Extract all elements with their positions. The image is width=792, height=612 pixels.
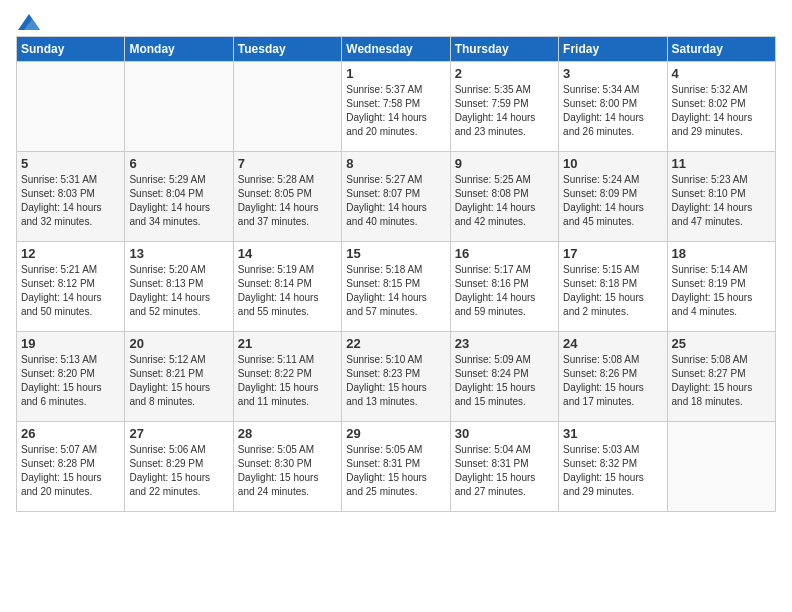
- day-number: 26: [21, 426, 120, 441]
- logo-icon: [18, 14, 40, 30]
- day-info: Sunrise: 5:11 AMSunset: 8:22 PMDaylight:…: [238, 353, 337, 409]
- calendar-cell: 29Sunrise: 5:05 AMSunset: 8:31 PMDayligh…: [342, 422, 450, 512]
- header-sunday: Sunday: [17, 37, 125, 62]
- calendar-week-row: 19Sunrise: 5:13 AMSunset: 8:20 PMDayligh…: [17, 332, 776, 422]
- day-number: 30: [455, 426, 554, 441]
- day-info: Sunrise: 5:13 AMSunset: 8:20 PMDaylight:…: [21, 353, 120, 409]
- day-number: 25: [672, 336, 771, 351]
- day-info: Sunrise: 5:06 AMSunset: 8:29 PMDaylight:…: [129, 443, 228, 499]
- day-number: 12: [21, 246, 120, 261]
- day-info: Sunrise: 5:28 AMSunset: 8:05 PMDaylight:…: [238, 173, 337, 229]
- calendar-cell: 13Sunrise: 5:20 AMSunset: 8:13 PMDayligh…: [125, 242, 233, 332]
- day-info: Sunrise: 5:31 AMSunset: 8:03 PMDaylight:…: [21, 173, 120, 229]
- logo: [16, 16, 40, 28]
- calendar-cell: 15Sunrise: 5:18 AMSunset: 8:15 PMDayligh…: [342, 242, 450, 332]
- day-info: Sunrise: 5:07 AMSunset: 8:28 PMDaylight:…: [21, 443, 120, 499]
- calendar-header-row: SundayMondayTuesdayWednesdayThursdayFrid…: [17, 37, 776, 62]
- calendar-cell: 12Sunrise: 5:21 AMSunset: 8:12 PMDayligh…: [17, 242, 125, 332]
- day-info: Sunrise: 5:32 AMSunset: 8:02 PMDaylight:…: [672, 83, 771, 139]
- day-info: Sunrise: 5:15 AMSunset: 8:18 PMDaylight:…: [563, 263, 662, 319]
- calendar-cell: 9Sunrise: 5:25 AMSunset: 8:08 PMDaylight…: [450, 152, 558, 242]
- calendar-cell: 31Sunrise: 5:03 AMSunset: 8:32 PMDayligh…: [559, 422, 667, 512]
- calendar-cell: [17, 62, 125, 152]
- day-number: 13: [129, 246, 228, 261]
- calendar-cell: 28Sunrise: 5:05 AMSunset: 8:30 PMDayligh…: [233, 422, 341, 512]
- calendar-week-row: 12Sunrise: 5:21 AMSunset: 8:12 PMDayligh…: [17, 242, 776, 332]
- day-number: 7: [238, 156, 337, 171]
- calendar-cell: 18Sunrise: 5:14 AMSunset: 8:19 PMDayligh…: [667, 242, 775, 332]
- day-number: 16: [455, 246, 554, 261]
- day-number: 17: [563, 246, 662, 261]
- day-info: Sunrise: 5:04 AMSunset: 8:31 PMDaylight:…: [455, 443, 554, 499]
- day-info: Sunrise: 5:08 AMSunset: 8:26 PMDaylight:…: [563, 353, 662, 409]
- calendar-cell: 14Sunrise: 5:19 AMSunset: 8:14 PMDayligh…: [233, 242, 341, 332]
- header-wednesday: Wednesday: [342, 37, 450, 62]
- calendar-cell: [233, 62, 341, 152]
- day-number: 6: [129, 156, 228, 171]
- day-info: Sunrise: 5:25 AMSunset: 8:08 PMDaylight:…: [455, 173, 554, 229]
- day-number: 3: [563, 66, 662, 81]
- calendar-cell: 5Sunrise: 5:31 AMSunset: 8:03 PMDaylight…: [17, 152, 125, 242]
- calendar-cell: 1Sunrise: 5:37 AMSunset: 7:58 PMDaylight…: [342, 62, 450, 152]
- day-number: 27: [129, 426, 228, 441]
- day-number: 4: [672, 66, 771, 81]
- calendar-cell: 25Sunrise: 5:08 AMSunset: 8:27 PMDayligh…: [667, 332, 775, 422]
- calendar-cell: 17Sunrise: 5:15 AMSunset: 8:18 PMDayligh…: [559, 242, 667, 332]
- calendar-cell: [125, 62, 233, 152]
- day-info: Sunrise: 5:19 AMSunset: 8:14 PMDaylight:…: [238, 263, 337, 319]
- calendar-cell: 11Sunrise: 5:23 AMSunset: 8:10 PMDayligh…: [667, 152, 775, 242]
- calendar-cell: 20Sunrise: 5:12 AMSunset: 8:21 PMDayligh…: [125, 332, 233, 422]
- calendar-cell: 16Sunrise: 5:17 AMSunset: 8:16 PMDayligh…: [450, 242, 558, 332]
- calendar-week-row: 5Sunrise: 5:31 AMSunset: 8:03 PMDaylight…: [17, 152, 776, 242]
- calendar-cell: 22Sunrise: 5:10 AMSunset: 8:23 PMDayligh…: [342, 332, 450, 422]
- day-info: Sunrise: 5:14 AMSunset: 8:19 PMDaylight:…: [672, 263, 771, 319]
- day-number: 1: [346, 66, 445, 81]
- calendar-cell: 27Sunrise: 5:06 AMSunset: 8:29 PMDayligh…: [125, 422, 233, 512]
- calendar-cell: 30Sunrise: 5:04 AMSunset: 8:31 PMDayligh…: [450, 422, 558, 512]
- day-info: Sunrise: 5:35 AMSunset: 7:59 PMDaylight:…: [455, 83, 554, 139]
- day-info: Sunrise: 5:05 AMSunset: 8:31 PMDaylight:…: [346, 443, 445, 499]
- day-number: 8: [346, 156, 445, 171]
- day-number: 29: [346, 426, 445, 441]
- day-number: 21: [238, 336, 337, 351]
- calendar-body: 1Sunrise: 5:37 AMSunset: 7:58 PMDaylight…: [17, 62, 776, 512]
- calendar-cell: 21Sunrise: 5:11 AMSunset: 8:22 PMDayligh…: [233, 332, 341, 422]
- day-number: 14: [238, 246, 337, 261]
- header-friday: Friday: [559, 37, 667, 62]
- day-number: 5: [21, 156, 120, 171]
- day-number: 10: [563, 156, 662, 171]
- day-number: 28: [238, 426, 337, 441]
- day-info: Sunrise: 5:12 AMSunset: 8:21 PMDaylight:…: [129, 353, 228, 409]
- day-info: Sunrise: 5:08 AMSunset: 8:27 PMDaylight:…: [672, 353, 771, 409]
- day-info: Sunrise: 5:17 AMSunset: 8:16 PMDaylight:…: [455, 263, 554, 319]
- day-info: Sunrise: 5:09 AMSunset: 8:24 PMDaylight:…: [455, 353, 554, 409]
- header-saturday: Saturday: [667, 37, 775, 62]
- calendar-cell: 24Sunrise: 5:08 AMSunset: 8:26 PMDayligh…: [559, 332, 667, 422]
- day-info: Sunrise: 5:37 AMSunset: 7:58 PMDaylight:…: [346, 83, 445, 139]
- day-number: 15: [346, 246, 445, 261]
- calendar-cell: 7Sunrise: 5:28 AMSunset: 8:05 PMDaylight…: [233, 152, 341, 242]
- day-number: 19: [21, 336, 120, 351]
- day-info: Sunrise: 5:29 AMSunset: 8:04 PMDaylight:…: [129, 173, 228, 229]
- calendar-cell: 26Sunrise: 5:07 AMSunset: 8:28 PMDayligh…: [17, 422, 125, 512]
- calendar-week-row: 1Sunrise: 5:37 AMSunset: 7:58 PMDaylight…: [17, 62, 776, 152]
- day-number: 31: [563, 426, 662, 441]
- day-info: Sunrise: 5:20 AMSunset: 8:13 PMDaylight:…: [129, 263, 228, 319]
- day-info: Sunrise: 5:05 AMSunset: 8:30 PMDaylight:…: [238, 443, 337, 499]
- day-info: Sunrise: 5:27 AMSunset: 8:07 PMDaylight:…: [346, 173, 445, 229]
- day-number: 24: [563, 336, 662, 351]
- calendar-week-row: 26Sunrise: 5:07 AMSunset: 8:28 PMDayligh…: [17, 422, 776, 512]
- calendar-cell: 10Sunrise: 5:24 AMSunset: 8:09 PMDayligh…: [559, 152, 667, 242]
- calendar-cell: 6Sunrise: 5:29 AMSunset: 8:04 PMDaylight…: [125, 152, 233, 242]
- day-number: 18: [672, 246, 771, 261]
- day-info: Sunrise: 5:10 AMSunset: 8:23 PMDaylight:…: [346, 353, 445, 409]
- day-number: 9: [455, 156, 554, 171]
- page-header: [16, 16, 776, 28]
- day-info: Sunrise: 5:18 AMSunset: 8:15 PMDaylight:…: [346, 263, 445, 319]
- header-monday: Monday: [125, 37, 233, 62]
- day-number: 2: [455, 66, 554, 81]
- calendar-cell: 19Sunrise: 5:13 AMSunset: 8:20 PMDayligh…: [17, 332, 125, 422]
- calendar-cell: 23Sunrise: 5:09 AMSunset: 8:24 PMDayligh…: [450, 332, 558, 422]
- day-number: 22: [346, 336, 445, 351]
- day-info: Sunrise: 5:03 AMSunset: 8:32 PMDaylight:…: [563, 443, 662, 499]
